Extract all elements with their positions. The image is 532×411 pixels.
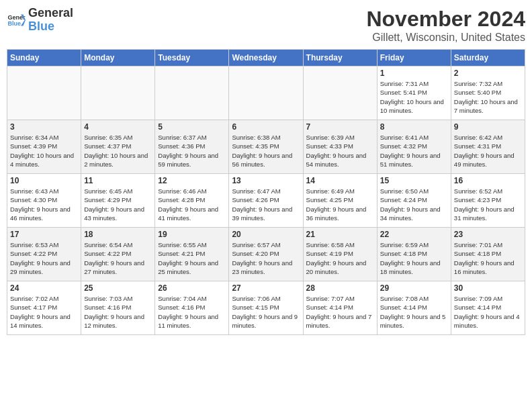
day-info: Sunrise: 6:49 AM Sunset: 4:25 PM Dayligh… (306, 187, 374, 222)
calendar-week-1: 1Sunrise: 7:31 AM Sunset: 5:41 PM Daylig… (7, 66, 525, 120)
day-number: 23 (454, 230, 522, 239)
day-number: 9 (454, 122, 522, 132)
calendar-cell: 10Sunrise: 6:43 AM Sunset: 4:30 PM Dayli… (7, 174, 81, 228)
calendar-cell: 21Sunrise: 6:58 AM Sunset: 4:19 PM Dayli… (303, 228, 377, 281)
day-number: 19 (158, 230, 226, 239)
day-info: Sunrise: 6:38 AM Sunset: 4:35 PM Dayligh… (232, 133, 300, 169)
day-info: Sunrise: 6:59 AM Sunset: 4:18 PM Dayligh… (380, 240, 448, 276)
day-number: 12 (158, 176, 226, 185)
calendar-table: SundayMondayTuesdayWednesdayThursdayFrid… (7, 49, 525, 335)
day-number: 28 (306, 283, 374, 293)
calendar-cell: 30Sunrise: 7:09 AM Sunset: 4:14 PM Dayli… (451, 281, 525, 335)
calendar-cell (229, 66, 303, 120)
day-number: 2 (454, 68, 522, 78)
day-number: 13 (232, 176, 300, 185)
day-number: 15 (380, 176, 448, 185)
day-number: 7 (306, 122, 374, 132)
calendar-cell (303, 66, 377, 120)
calendar-week-4: 17Sunrise: 6:53 AM Sunset: 4:22 PM Dayli… (7, 228, 525, 281)
calendar-cell: 8Sunrise: 6:41 AM Sunset: 4:32 PM Daylig… (377, 120, 451, 174)
day-number: 5 (158, 122, 226, 132)
calendar-cell: 5Sunrise: 6:37 AM Sunset: 4:36 PM Daylig… (155, 120, 229, 174)
day-info: Sunrise: 6:42 AM Sunset: 4:31 PM Dayligh… (454, 133, 522, 169)
day-info: Sunrise: 7:07 AM Sunset: 4:14 PM Dayligh… (306, 294, 374, 330)
calendar-week-2: 3Sunrise: 6:34 AM Sunset: 4:39 PM Daylig… (7, 120, 525, 174)
calendar-cell: 28Sunrise: 7:07 AM Sunset: 4:14 PM Dayli… (303, 281, 377, 335)
calendar-cell (7, 66, 81, 120)
day-info: Sunrise: 6:41 AM Sunset: 4:32 PM Dayligh… (380, 133, 448, 169)
svg-text:Blue: Blue (7, 20, 21, 27)
day-info: Sunrise: 7:32 AM Sunset: 5:40 PM Dayligh… (454, 79, 522, 115)
weekday-header-friday: Friday (377, 50, 451, 66)
day-number: 21 (306, 230, 374, 239)
logo: General Blue General Blue (7, 7, 73, 34)
day-number: 27 (232, 283, 300, 293)
calendar-cell: 24Sunrise: 7:02 AM Sunset: 4:17 PM Dayli… (7, 281, 81, 335)
calendar-cell: 13Sunrise: 6:47 AM Sunset: 4:26 PM Dayli… (229, 174, 303, 228)
calendar-cell: 15Sunrise: 6:50 AM Sunset: 4:24 PM Dayli… (377, 174, 451, 228)
day-info: Sunrise: 7:06 AM Sunset: 4:15 PM Dayligh… (232, 294, 300, 330)
day-number: 17 (10, 230, 78, 239)
logo-text: General Blue (28, 7, 73, 34)
calendar-cell: 11Sunrise: 6:45 AM Sunset: 4:29 PM Dayli… (81, 174, 155, 228)
calendar-cell (155, 66, 229, 120)
weekday-header-row: SundayMondayTuesdayWednesdayThursdayFrid… (7, 50, 525, 66)
day-info: Sunrise: 6:54 AM Sunset: 4:22 PM Dayligh… (84, 240, 152, 276)
weekday-header-sunday: Sunday (7, 50, 81, 66)
day-info: Sunrise: 7:09 AM Sunset: 4:14 PM Dayligh… (454, 294, 522, 330)
calendar-cell: 26Sunrise: 7:04 AM Sunset: 4:16 PM Dayli… (155, 281, 229, 335)
day-number: 1 (380, 68, 448, 78)
weekday-header-tuesday: Tuesday (155, 50, 229, 66)
calendar-cell: 23Sunrise: 7:01 AM Sunset: 4:18 PM Dayli… (451, 228, 525, 281)
day-number: 8 (380, 122, 448, 132)
weekday-header-saturday: Saturday (451, 50, 525, 66)
day-info: Sunrise: 7:08 AM Sunset: 4:14 PM Dayligh… (380, 294, 448, 330)
month-title: November 2024 (366, 7, 525, 32)
calendar-cell: 29Sunrise: 7:08 AM Sunset: 4:14 PM Dayli… (377, 281, 451, 335)
day-number: 22 (380, 230, 448, 239)
calendar-week-3: 10Sunrise: 6:43 AM Sunset: 4:30 PM Dayli… (7, 174, 525, 228)
day-info: Sunrise: 6:47 AM Sunset: 4:26 PM Dayligh… (232, 187, 300, 222)
page-header: General Blue General Blue November 2024 … (7, 7, 525, 44)
day-number: 11 (84, 176, 152, 185)
day-info: Sunrise: 6:55 AM Sunset: 4:21 PM Dayligh… (158, 240, 226, 276)
day-number: 4 (84, 122, 152, 132)
day-info: Sunrise: 7:04 AM Sunset: 4:16 PM Dayligh… (158, 294, 226, 330)
calendar-cell (81, 66, 155, 120)
calendar-cell: 25Sunrise: 7:03 AM Sunset: 4:16 PM Dayli… (81, 281, 155, 335)
day-info: Sunrise: 6:37 AM Sunset: 4:36 PM Dayligh… (158, 133, 226, 169)
calendar-cell: 1Sunrise: 7:31 AM Sunset: 5:41 PM Daylig… (377, 66, 451, 120)
day-number: 10 (10, 176, 78, 185)
calendar-cell: 12Sunrise: 6:46 AM Sunset: 4:28 PM Dayli… (155, 174, 229, 228)
calendar-cell: 22Sunrise: 6:59 AM Sunset: 4:18 PM Dayli… (377, 228, 451, 281)
day-info: Sunrise: 7:01 AM Sunset: 4:18 PM Dayligh… (454, 240, 522, 276)
day-info: Sunrise: 6:43 AM Sunset: 4:30 PM Dayligh… (10, 187, 78, 222)
logo-icon: General Blue (7, 11, 26, 30)
day-number: 20 (232, 230, 300, 239)
day-info: Sunrise: 6:46 AM Sunset: 4:28 PM Dayligh… (158, 187, 226, 222)
day-number: 18 (84, 230, 152, 239)
day-info: Sunrise: 7:31 AM Sunset: 5:41 PM Dayligh… (380, 79, 448, 115)
calendar-cell: 4Sunrise: 6:35 AM Sunset: 4:37 PM Daylig… (81, 120, 155, 174)
day-info: Sunrise: 7:02 AM Sunset: 4:17 PM Dayligh… (10, 294, 78, 330)
weekday-header-thursday: Thursday (303, 50, 377, 66)
day-info: Sunrise: 6:50 AM Sunset: 4:24 PM Dayligh… (380, 187, 448, 222)
day-info: Sunrise: 6:35 AM Sunset: 4:37 PM Dayligh… (84, 133, 152, 169)
calendar-cell: 18Sunrise: 6:54 AM Sunset: 4:22 PM Dayli… (81, 228, 155, 281)
day-info: Sunrise: 7:03 AM Sunset: 4:16 PM Dayligh… (84, 294, 152, 330)
day-number: 30 (454, 283, 522, 293)
weekday-header-wednesday: Wednesday (229, 50, 303, 66)
calendar-cell: 14Sunrise: 6:49 AM Sunset: 4:25 PM Dayli… (303, 174, 377, 228)
day-info: Sunrise: 6:45 AM Sunset: 4:29 PM Dayligh… (84, 187, 152, 222)
calendar-title-area: November 2024 Gillett, Wisconsin, United… (366, 7, 525, 44)
calendar-cell: 20Sunrise: 6:57 AM Sunset: 4:20 PM Dayli… (229, 228, 303, 281)
day-number: 29 (380, 283, 448, 293)
calendar-cell: 6Sunrise: 6:38 AM Sunset: 4:35 PM Daylig… (229, 120, 303, 174)
calendar-cell: 17Sunrise: 6:53 AM Sunset: 4:22 PM Dayli… (7, 228, 81, 281)
day-number: 24 (10, 283, 78, 293)
weekday-header-monday: Monday (81, 50, 155, 66)
calendar-cell: 16Sunrise: 6:52 AM Sunset: 4:23 PM Dayli… (451, 174, 525, 228)
day-number: 25 (84, 283, 152, 293)
day-number: 6 (232, 122, 300, 132)
day-number: 16 (454, 176, 522, 185)
